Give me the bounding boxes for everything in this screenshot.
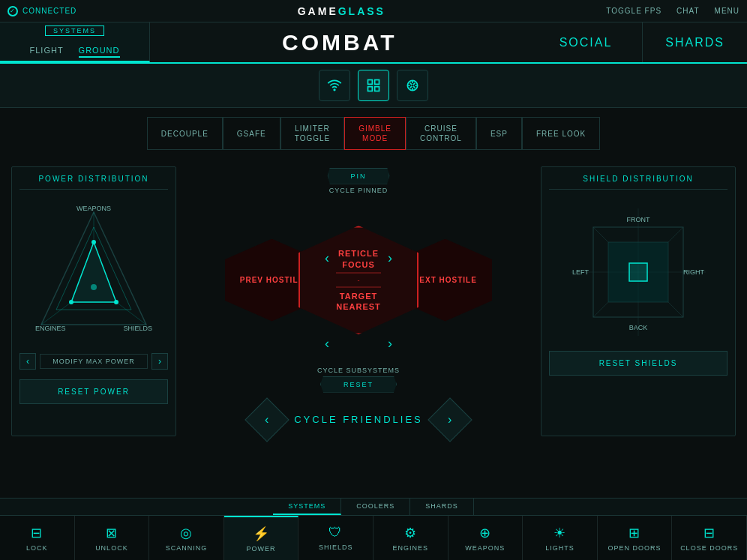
svg-point-17 <box>69 300 74 304</box>
nav-shards[interactable]: SHARDS <box>642 22 747 62</box>
main-content: POWER DISTRIBUTION WEAPONS SHIELDS ENGIN… <box>0 159 747 444</box>
scanning-icon: ◎ <box>180 525 193 541</box>
toggle-freelook[interactable]: FREE LOOK <box>522 117 600 150</box>
tab-shards[interactable]: SHARDS <box>410 499 474 515</box>
top-cluster: PIN CYCLE PINNED <box>327 168 389 194</box>
cycle-left-btn[interactable]: ‹ <box>245 397 290 442</box>
nav-social[interactable]: SOCIAL <box>530 22 643 62</box>
hex-cluster: PIN CYCLE PINNED ‹ › PREV HOSTILE NEXT H… <box>216 168 501 393</box>
close-doors-label: CLOSE DOORS <box>680 544 738 552</box>
arrow-right-bottom[interactable]: › <box>388 336 392 352</box>
engines-icon: ⚙ <box>404 525 417 541</box>
svg-rect-1 <box>368 80 373 85</box>
power-increase-btn[interactable]: › <box>152 353 168 370</box>
svg-line-10 <box>116 302 146 325</box>
svg-point-18 <box>91 284 97 290</box>
tab-systems[interactable]: SYSTEMS <box>273 499 341 515</box>
reset-shields-btn[interactable]: RESET SHIELDS <box>549 351 728 376</box>
main-nav: SYSTEMS FLIGHT GROUND COMBAT SOCIAL SHAR… <box>0 22 747 64</box>
weapons-action-label: WEAPONS <box>465 544 505 552</box>
nav-sub-items: FLIGHT GROUND <box>29 46 119 58</box>
reset-power-btn[interactable]: RESET POWER <box>20 379 168 404</box>
power-controls: ‹ MODIFY MAX POWER › <box>20 353 168 370</box>
svg-rect-2 <box>375 80 380 85</box>
open-doors-icon: ⊞ <box>628 525 640 541</box>
toggle-row: DECOUPLE GSAFE LIMITERTOGGLE GIMBLEMODE … <box>0 108 747 159</box>
power-action-label: POWER <box>247 545 276 553</box>
open-doors-label: OPEN DOORS <box>608 544 662 552</box>
wifi-icon-btn[interactable] <box>319 70 350 101</box>
cycle-right-btn[interactable]: › <box>428 397 472 442</box>
connected-badge: CONNECTED <box>8 6 76 16</box>
unlock-icon: ⊠ <box>106 525 118 541</box>
nav-ground[interactable]: GROUND <box>79 46 120 58</box>
nav-systems: SYSTEMS FLIGHT GROUND <box>0 22 150 62</box>
action-lights[interactable]: ☀ LIGHTS <box>523 516 598 560</box>
grid-icon-btn[interactable] <box>358 70 389 101</box>
arrow-right-top[interactable]: › <box>388 250 392 266</box>
shields-icon: 🛡 <box>328 525 343 541</box>
top-bar: CONNECTED GAMEGLASS TOGGLE FPS CHAT MENU <box>0 0 747 22</box>
connected-icon <box>8 6 18 16</box>
title-glass: GLASS <box>338 5 386 17</box>
systems-label[interactable]: SYSTEMS <box>45 25 104 36</box>
svg-rect-23 <box>629 263 647 281</box>
toggle-cruise[interactable]: CRUISECONTROL <box>406 117 476 150</box>
unlock-label: UNLOCK <box>95 544 128 552</box>
target-icon-btn[interactable] <box>397 70 428 101</box>
svg-text:BACK: BACK <box>629 324 648 331</box>
chat-button[interactable]: CHAT <box>676 7 699 15</box>
cycle-friendlies-bar: ‹ CYCLE FRIENDLIES › <box>251 404 466 436</box>
action-lock[interactable]: ⊟ LOCK <box>0 516 75 560</box>
power-distribution-panel: POWER DISTRIBUTION WEAPONS SHIELDS ENGIN… <box>11 166 176 436</box>
nav-combat[interactable]: COMBAT <box>150 22 530 62</box>
scanning-label: SCANNING <box>166 544 208 552</box>
bottom-actions: ⊟ LOCK ⊠ UNLOCK ◎ SCANNING ⚡ POWER 🛡 SHI… <box>0 515 747 560</box>
svg-line-28 <box>593 227 608 242</box>
svg-text:FRONT: FRONT <box>627 216 650 223</box>
reset-btn[interactable]: RESET <box>320 376 397 393</box>
cycle-friendlies-label: CYCLE FRIENDLIES <box>294 414 423 425</box>
power-label: MODIFY MAX POWER <box>40 354 148 369</box>
menu-button[interactable]: MENU <box>715 7 740 15</box>
svg-text:SHIELDS: SHIELDS <box>123 325 152 332</box>
svg-point-15 <box>92 240 96 244</box>
svg-rect-3 <box>368 87 373 91</box>
svg-text:WEAPONS: WEAPONS <box>76 205 111 212</box>
arrow-left-bottom[interactable]: ‹ <box>325 336 329 352</box>
svg-point-0 <box>334 89 335 91</box>
toggle-gimble[interactable]: GIMBLEMODE <box>344 117 406 150</box>
lock-label: LOCK <box>26 544 48 552</box>
action-close-doors[interactable]: ⊟ CLOSE DOORS <box>672 516 747 560</box>
power-icon: ⚡ <box>253 526 270 542</box>
shields-action-label: SHIELDS <box>319 544 353 551</box>
center-combat-area: PIN CYCLE PINNED ‹ › PREV HOSTILE NEXT H… <box>184 166 533 436</box>
action-power[interactable]: ⚡ POWER <box>224 516 299 560</box>
toggle-fps-button[interactable]: TOGGLE FPS <box>606 7 662 15</box>
tab-coolers[interactable]: COOLERS <box>341 499 410 515</box>
power-decrease-btn[interactable]: ‹ <box>20 353 36 370</box>
action-weapons[interactable]: ⊕ WEAPONS <box>448 516 524 560</box>
shield-chart: FRONT BACK LEFT RIGHT <box>549 197 728 347</box>
nav-flight[interactable]: FLIGHT <box>29 46 63 58</box>
action-shields[interactable]: 🛡 SHIELDS <box>298 516 374 560</box>
title-game: GAME <box>298 5 338 17</box>
pin-btn[interactable]: PIN <box>327 168 389 184</box>
action-scanning[interactable]: ◎ SCANNING <box>149 516 224 560</box>
svg-text:LEFT: LEFT <box>572 268 590 276</box>
svg-line-31 <box>668 302 683 317</box>
action-unlock[interactable]: ⊠ UNLOCK <box>75 516 150 560</box>
center-hex-content: RETICLEFOCUS - TARGETNEAREST <box>336 248 381 312</box>
shield-panel-title: SHIELD DISTRIBUTION <box>549 175 728 183</box>
reticle-focus-btn[interactable]: RETICLEFOCUS - TARGETNEAREST <box>298 226 418 334</box>
arrow-left-top[interactable]: ‹ <box>325 250 329 266</box>
svg-rect-4 <box>375 87 380 91</box>
toggle-gsafe[interactable]: GSAFE <box>223 117 280 150</box>
action-engines[interactable]: ⚙ ENGINES <box>374 516 448 560</box>
toggle-esp[interactable]: ESP <box>476 117 522 150</box>
svg-point-16 <box>114 300 118 304</box>
action-open-doors[interactable]: ⊞ OPEN DOORS <box>598 516 673 560</box>
toggle-limiter[interactable]: LIMITERTOGGLE <box>280 117 345 150</box>
app-title: GAMEGLASS <box>298 5 386 17</box>
toggle-decouple[interactable]: DECOUPLE <box>147 117 223 150</box>
